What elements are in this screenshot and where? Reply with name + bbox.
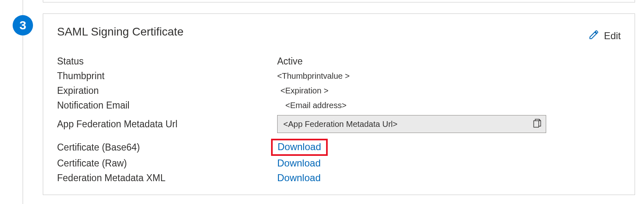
thumbprint-value: <Thumbprintvalue > xyxy=(277,71,350,81)
field-row-cert-base64: Certificate (Base64) Download xyxy=(57,139,621,156)
download-base64-link[interactable]: Download xyxy=(278,141,321,152)
step-number-badge: 3 xyxy=(13,15,33,35)
field-row-expiration: Expiration <Expiration > xyxy=(57,83,621,98)
card-header: SAML Signing Certificate Edit xyxy=(57,25,621,42)
fields-grid: Status Active Thumbprint <Thumbprintvalu… xyxy=(57,54,621,185)
pencil-icon xyxy=(589,29,599,42)
field-row-cert-raw: Certificate (Raw) Download xyxy=(57,156,621,171)
expiration-label: Expiration xyxy=(57,85,277,96)
previous-card-edge xyxy=(43,0,635,2)
cert-raw-label: Certificate (Raw) xyxy=(57,158,277,169)
field-row-thumbprint: Thumbprint <Thumbprintvalue > xyxy=(57,69,621,83)
status-value: Active xyxy=(277,56,303,67)
copy-button[interactable] xyxy=(531,118,543,130)
svg-rect-0 xyxy=(534,120,538,127)
field-row-fed-xml: Federation Metadata XML Download xyxy=(57,171,621,185)
notification-email-value: <Email address> xyxy=(277,101,346,110)
card-title: SAML Signing Certificate xyxy=(57,25,183,38)
field-row-status: Status Active xyxy=(57,54,621,69)
status-label: Status xyxy=(57,56,277,67)
download-fed-xml-link[interactable]: Download xyxy=(277,172,321,184)
notification-email-label: Notification Email xyxy=(57,100,277,111)
saml-signing-certificate-card: SAML Signing Certificate Edit Status Act… xyxy=(43,13,635,195)
field-row-metadata-url: App Federation Metadata Url <App Federat… xyxy=(57,115,621,133)
edit-button[interactable]: Edit xyxy=(589,29,621,42)
metadata-url-value: <App Federation Metadata Url> xyxy=(283,120,397,129)
cert-base64-label: Certificate (Base64) xyxy=(57,142,277,153)
thumbprint-label: Thumbprint xyxy=(57,71,277,82)
expiration-value: <Expiration > xyxy=(277,86,329,95)
edit-button-label: Edit xyxy=(604,30,621,42)
metadata-url-input[interactable]: <App Federation Metadata Url> xyxy=(277,115,546,133)
fed-xml-label: Federation Metadata XML xyxy=(57,173,277,184)
copy-icon xyxy=(533,119,541,130)
download-raw-link[interactable]: Download xyxy=(277,157,321,169)
download-base64-highlight: Download xyxy=(271,139,328,156)
field-row-notification-email: Notification Email <Email address> xyxy=(57,98,621,113)
metadata-url-label: App Federation Metadata Url xyxy=(57,119,277,130)
